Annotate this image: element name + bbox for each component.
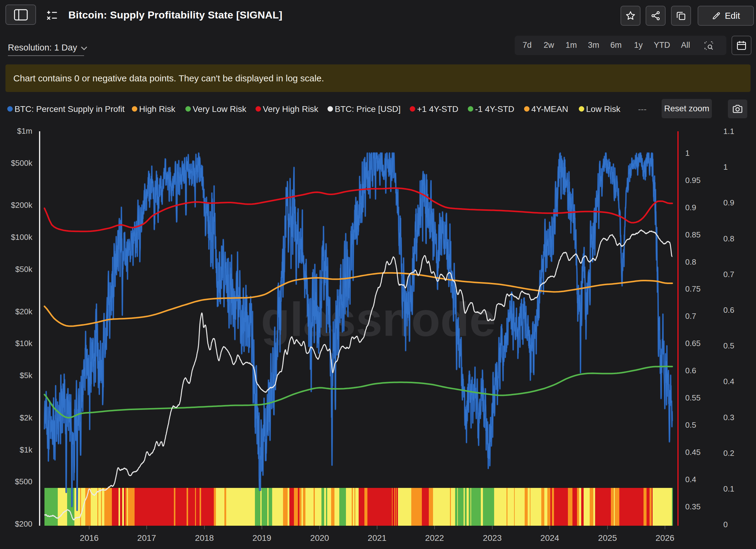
svg-text:0.5: 0.5 xyxy=(723,341,734,350)
svg-text:2025: 2025 xyxy=(598,533,617,543)
svg-text:1: 1 xyxy=(723,162,728,172)
svg-text:$500k: $500k xyxy=(11,158,33,168)
svg-text:$100k: $100k xyxy=(11,233,33,242)
svg-text:2026: 2026 xyxy=(656,533,674,543)
svg-text:0.6: 0.6 xyxy=(723,306,734,315)
svg-text:0.7: 0.7 xyxy=(723,270,734,279)
svg-text:1.1: 1.1 xyxy=(723,127,734,136)
svg-text:1: 1 xyxy=(685,149,689,158)
svg-text:2024: 2024 xyxy=(540,533,559,543)
svg-text:$500: $500 xyxy=(15,477,32,486)
svg-text:0.8: 0.8 xyxy=(685,257,696,266)
svg-text:0.4: 0.4 xyxy=(685,475,696,484)
svg-text:0.2: 0.2 xyxy=(723,449,734,458)
svg-text:$1k: $1k xyxy=(20,445,33,454)
svg-text:0.5: 0.5 xyxy=(685,420,696,430)
svg-text:0.45: 0.45 xyxy=(685,448,701,457)
svg-text:2018: 2018 xyxy=(195,533,214,543)
svg-text:2023: 2023 xyxy=(483,533,502,543)
svg-text:$200k: $200k xyxy=(11,201,33,210)
svg-text:0.55: 0.55 xyxy=(685,393,701,402)
svg-text:2017: 2017 xyxy=(137,533,156,543)
svg-text:0.6: 0.6 xyxy=(685,366,696,375)
svg-text:0.9: 0.9 xyxy=(723,198,734,207)
svg-text:2022: 2022 xyxy=(425,533,444,543)
svg-text:0.95: 0.95 xyxy=(685,176,701,185)
svg-text:2016: 2016 xyxy=(80,533,99,543)
svg-text:0: 0 xyxy=(723,520,728,529)
svg-text:$10k: $10k xyxy=(15,339,33,348)
svg-text:0.9: 0.9 xyxy=(685,203,696,212)
svg-text:2020: 2020 xyxy=(310,533,329,543)
svg-text:$2k: $2k xyxy=(20,413,33,422)
svg-text:0.1: 0.1 xyxy=(723,484,734,493)
svg-text:0.3: 0.3 xyxy=(723,413,734,422)
svg-text:0.35: 0.35 xyxy=(685,502,701,511)
svg-text:$1m: $1m xyxy=(17,126,32,136)
svg-text:$5k: $5k xyxy=(20,371,33,380)
svg-text:0.75: 0.75 xyxy=(685,284,701,293)
svg-text:2019: 2019 xyxy=(253,533,271,543)
svg-text:0.85: 0.85 xyxy=(685,230,701,239)
svg-text:0.4: 0.4 xyxy=(723,377,734,386)
svg-text:2021: 2021 xyxy=(368,533,386,543)
svg-text:0.8: 0.8 xyxy=(723,234,734,243)
svg-text:$200: $200 xyxy=(15,519,32,528)
svg-text:0.7: 0.7 xyxy=(685,312,696,321)
svg-text:0.65: 0.65 xyxy=(685,339,701,348)
svg-text:$20k: $20k xyxy=(15,307,33,316)
svg-text:$50k: $50k xyxy=(15,265,33,274)
